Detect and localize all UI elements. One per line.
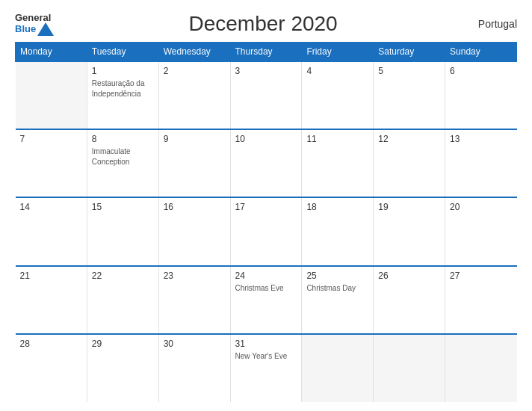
calendar-cell: 20 [445,197,517,265]
calendar-week-2: 78Immaculate Conception910111213 [16,129,517,197]
calendar-cell: 19 [374,197,445,265]
day-header-tuesday: Tuesday [87,43,158,62]
calendar-cell: 27 [445,266,517,334]
calendar-header-row: MondayTuesdayWednesdayThursdayFridaySatu… [16,43,517,62]
day-number: 14 [20,202,82,212]
calendar-cell: 4 [302,61,374,129]
calendar-cell: 14 [16,197,87,265]
day-number: 30 [164,339,226,349]
holiday-label: Immaculate Conception [92,147,131,166]
calendar-cell: 7 [16,129,87,197]
day-header-wednesday: Wednesday [158,43,230,62]
logo-blue-text: Blue [15,24,36,34]
calendar-cell [445,334,517,402]
day-number: 20 [450,202,512,212]
calendar-cell: 24Christmas Eve [230,266,302,334]
calendar-cell: 26 [374,266,445,334]
calendar-cell: 28 [16,334,87,402]
day-number: 3 [235,66,297,76]
calendar-week-1: 1Restauração da Independência23456 [16,61,517,129]
day-number: 17 [235,202,297,212]
calendar-cell: 23 [158,266,230,334]
calendar-cell: 1Restauração da Independência [87,61,158,129]
day-number: 2 [164,66,226,76]
calendar-cell: 18 [302,197,374,265]
day-number: 26 [378,271,440,281]
day-number: 5 [378,66,440,76]
calendar-cell: 11 [302,129,374,197]
day-number: 1 [92,66,154,76]
day-header-monday: Monday [16,43,87,62]
logo: General Blue [15,13,54,36]
day-number: 8 [92,134,154,144]
day-number: 9 [164,134,226,144]
calendar-cell: 5 [374,61,445,129]
calendar-cell: 10 [230,129,302,197]
calendar-cell: 16 [158,197,230,265]
day-number: 6 [450,66,512,76]
calendar-week-5: 28293031New Year's Eve [16,334,517,402]
calendar-grid: MondayTuesdayWednesdayThursdayFridaySatu… [15,42,517,402]
page-title: December 2020 [54,12,472,36]
calendar-page: General Blue December 2020 Portugal Mond… [0,0,532,411]
calendar-cell: 25Christmas Day [302,266,374,334]
calendar-week-4: 21222324Christmas Eve25Christmas Day2627 [16,266,517,334]
day-number: 16 [164,202,226,212]
calendar-cell: 9 [158,129,230,197]
day-number: 25 [306,271,368,281]
day-number: 22 [92,271,154,281]
day-header-friday: Friday [302,43,374,62]
calendar-cell [302,334,374,402]
day-number: 13 [450,134,512,144]
holiday-label: New Year's Eve [235,352,288,360]
day-number: 10 [235,134,297,144]
svg-marker-0 [37,22,54,36]
day-number: 4 [306,66,368,76]
calendar-cell: 8Immaculate Conception [87,129,158,197]
day-number: 24 [235,271,297,281]
day-header-sunday: Sunday [445,43,517,62]
calendar-body: 1Restauração da Independência2345678Imma… [16,61,517,402]
calendar-cell: 17 [230,197,302,265]
day-number: 23 [164,271,226,281]
day-number: 19 [378,202,440,212]
day-number: 27 [450,271,512,281]
calendar-week-3: 14151617181920 [16,197,517,265]
holiday-label: Christmas Day [306,284,356,292]
day-number: 15 [92,202,154,212]
day-number: 29 [92,339,154,349]
day-header-thursday: Thursday [230,43,302,62]
calendar-cell [374,334,445,402]
day-number: 11 [306,134,368,144]
holiday-label: Restauração da Independência [92,79,145,98]
calendar-cell: 13 [445,129,517,197]
calendar-cell: 31New Year's Eve [230,334,302,402]
day-number: 18 [306,202,368,212]
day-number: 28 [20,339,82,349]
holiday-label: Christmas Eve [235,284,284,292]
day-header-saturday: Saturday [374,43,445,62]
header: General Blue December 2020 Portugal [15,12,517,36]
calendar-cell: 21 [16,266,87,334]
day-number: 21 [20,271,82,281]
calendar-cell: 30 [158,334,230,402]
day-number: 31 [235,339,297,349]
calendar-cell: 2 [158,61,230,129]
calendar-table: MondayTuesdayWednesdayThursdayFridaySatu… [15,42,517,402]
day-number: 12 [378,134,440,144]
calendar-cell [16,61,87,129]
logo-icon [37,22,54,36]
calendar-cell: 12 [374,129,445,197]
calendar-cell: 3 [230,61,302,129]
calendar-cell: 15 [87,197,158,265]
logo-general-text: General [15,13,51,22]
day-number: 7 [20,134,82,144]
calendar-cell: 22 [87,266,158,334]
calendar-cell: 6 [445,61,517,129]
country-label: Portugal [472,18,517,30]
calendar-cell: 29 [87,334,158,402]
